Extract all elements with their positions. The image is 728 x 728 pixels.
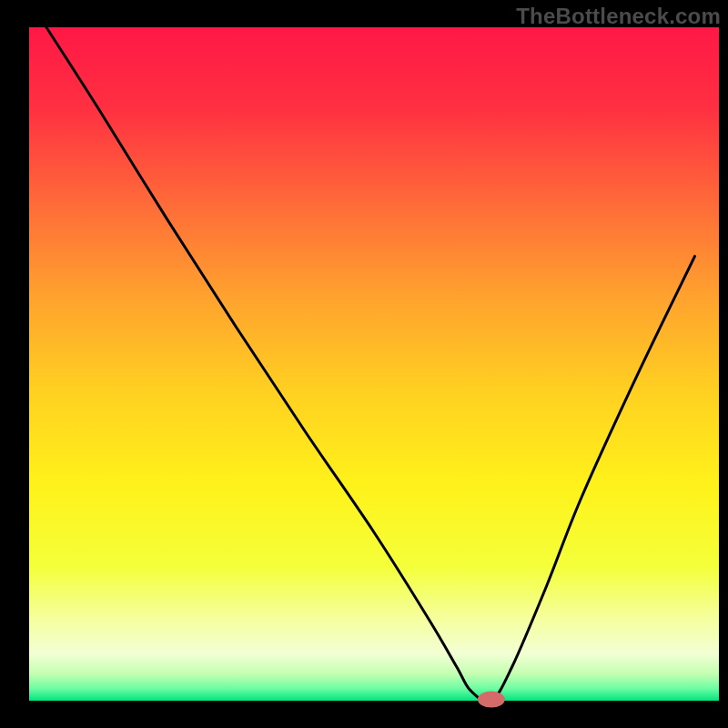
- bottleneck-chart: [0, 0, 728, 728]
- watermark-text: TheBottleneck.com: [516, 4, 721, 29]
- chart-frame: TheBottleneck.com: [0, 0, 728, 728]
- indicator-pill: [478, 692, 505, 708]
- plot-background: [29, 27, 719, 701]
